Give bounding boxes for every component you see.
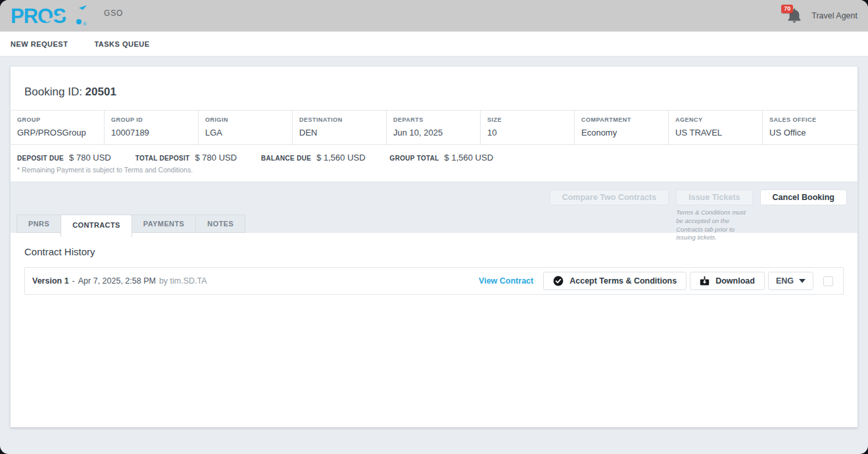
notification-count-badge[interactable]: 70 <box>781 5 793 13</box>
nav-tasks-queue[interactable]: TASKS QUEUE <box>94 40 149 48</box>
field-label: SALES OFFICE <box>769 116 851 123</box>
accept-terms-label: Accept Terms & Conditions <box>569 276 677 286</box>
financial-summary: DEPOSIT DUE $ 780 USD TOTAL DEPOSIT $ 78… <box>11 145 857 164</box>
booking-id: 20501 <box>85 86 116 98</box>
booking-title-prefix: Booking ID: <box>24 86 85 98</box>
app-window: PROS ® GSO 70 Travel Agent NEW <box>0 0 868 454</box>
field-label: GROUP <box>17 116 97 123</box>
field-departs: DEPARTS Jun 10, 2025 <box>387 111 481 144</box>
user-role-label[interactable]: Travel Agent <box>811 11 857 20</box>
fin-label: BALANCE DUE <box>261 155 311 162</box>
check-circle-icon <box>553 276 564 286</box>
booking-card: Booking ID: 20501 GROUP GRP/PROSGroup GR… <box>10 66 858 428</box>
notifications-bell[interactable]: 70 <box>786 7 804 25</box>
field-value: DEN <box>299 128 379 138</box>
fin-label: DEPOSIT DUE <box>17 155 64 162</box>
svg-text:®: ® <box>83 21 87 27</box>
pros-logo-graphic: PROS ® <box>11 4 95 28</box>
field-value: GRP/PROSGroup <box>17 128 97 138</box>
group-total: GROUP TOTAL $ 1,560 USD <box>390 153 493 163</box>
field-origin: ORIGIN LGA <box>199 111 293 144</box>
field-value: 10007189 <box>111 128 191 138</box>
version-author: by tim.SD.TA <box>159 276 207 286</box>
issue-tickets-group: Issue Tickets Terms & Conditions must be… <box>676 189 752 242</box>
field-label: DESTINATION <box>299 116 379 123</box>
field-group-id: GROUP ID 10007189 <box>105 111 199 144</box>
version-date: Apr 7, 2025, 2:58 PM <box>78 276 156 286</box>
actions-band: Compare Two Contracts Issue Tickets Term… <box>11 182 857 233</box>
tab-pnrs[interactable]: PNRS <box>16 214 61 233</box>
booking-fields: GROUP GRP/PROSGroup GROUP ID 10007189 OR… <box>11 110 857 145</box>
field-label: DEPARTS <box>393 116 473 123</box>
section-title: Contract History <box>24 246 844 257</box>
main-nav: NEW REQUEST TASKS QUEUE <box>0 32 868 57</box>
field-value: Economy <box>581 128 662 138</box>
field-value: 10 <box>487 128 567 138</box>
field-label: GROUP ID <box>111 116 191 123</box>
booking-header: Booking ID: 20501 <box>11 66 857 110</box>
field-group: GROUP GRP/PROSGroup <box>11 111 105 144</box>
field-value: LGA <box>205 128 285 138</box>
contract-version-row: Version 1 - Apr 7, 2025, 2:58 PM by tim.… <box>24 267 844 295</box>
product-name: GSO <box>104 9 123 18</box>
field-value: US Office <box>769 128 851 138</box>
field-value: Jun 10, 2025 <box>393 128 473 138</box>
tab-contracts[interactable]: CONTRACTS <box>60 214 132 237</box>
contracts-tab-content: Contract History Version 1 - Apr 7, 2025… <box>11 233 857 427</box>
version-name: Version 1 <box>32 276 69 286</box>
field-label: COMPARTMENT <box>581 116 662 123</box>
download-button[interactable]: Download <box>690 272 765 290</box>
page-title: Booking ID: 20501 <box>24 86 116 98</box>
issue-tickets-hint: Terms & Conditions must be accepted on t… <box>676 209 752 242</box>
cancel-booking-button[interactable]: Cancel Booking <box>760 189 847 205</box>
fin-label: GROUP TOTAL <box>390 155 439 162</box>
download-label: Download <box>715 276 755 286</box>
accept-terms-button[interactable]: Accept Terms & Conditions <box>543 272 687 290</box>
version-select-checkbox[interactable] <box>823 276 833 286</box>
booking-tabs: PNRS CONTRACTS PAYMENTS NOTES <box>16 214 245 233</box>
booking-actions: Compare Two Contracts Issue Tickets Term… <box>550 189 847 242</box>
fin-value: $ 1,560 USD <box>445 153 493 163</box>
compare-contracts-button[interactable]: Compare Two Contracts <box>550 189 669 205</box>
total-deposit: TOTAL DEPOSIT $ 780 USD <box>135 153 237 163</box>
issue-tickets-button[interactable]: Issue Tickets <box>676 189 752 205</box>
fin-value: $ 780 USD <box>195 153 237 163</box>
fin-value: $ 780 USD <box>69 153 111 163</box>
deposit-due: DEPOSIT DUE $ 780 USD <box>17 153 111 163</box>
field-label: AGENCY <box>675 116 756 123</box>
nav-new-request[interactable]: NEW REQUEST <box>11 40 68 48</box>
tab-payments[interactable]: PAYMENTS <box>132 214 197 233</box>
field-destination: DESTINATION DEN <box>293 111 387 144</box>
field-compartment: COMPARTMENT Economy <box>575 111 669 144</box>
tab-notes[interactable]: NOTES <box>195 214 245 233</box>
field-sales-office: SALES OFFICE US Office <box>763 111 857 144</box>
language-dropdown[interactable]: ENG <box>768 272 813 290</box>
fin-label: TOTAL DEPOSIT <box>135 155 190 162</box>
field-label: SIZE <box>487 116 567 123</box>
pros-logo: PROS ® <box>11 4 95 28</box>
remaining-payment-note: * Remaining Payment is subject to Terms … <box>11 164 857 182</box>
app-header: PROS ® GSO 70 Travel Agent <box>0 0 868 32</box>
fin-value: $ 1,560 USD <box>316 153 365 163</box>
view-contract-link[interactable]: View Contract <box>479 276 533 286</box>
field-size: SIZE 10 <box>481 111 575 144</box>
download-icon <box>700 276 710 286</box>
balance-due: BALANCE DUE $ 1,560 USD <box>261 153 366 163</box>
language-value: ENG <box>776 276 794 286</box>
field-value: US TRAVEL <box>675 128 756 138</box>
field-agency: AGENCY US TRAVEL <box>669 111 763 144</box>
version-separator: - <box>72 276 75 286</box>
field-label: ORIGIN <box>205 116 285 123</box>
chevron-down-icon <box>799 279 806 283</box>
